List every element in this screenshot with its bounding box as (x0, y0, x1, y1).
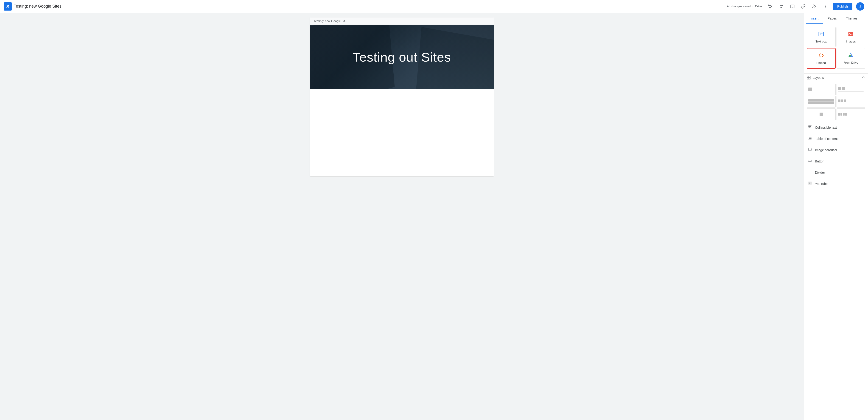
right-panel: Insert Pages Themes Text box (804, 13, 868, 420)
tab-pages[interactable]: Pages (823, 13, 841, 24)
text-box-label: Text box (816, 40, 827, 43)
embed-icon (818, 52, 825, 59)
svg-point-5 (813, 5, 814, 6)
embed-card[interactable]: Embed (807, 48, 836, 69)
svg-rect-15 (848, 32, 853, 36)
link-button[interactable] (799, 2, 808, 11)
svg-rect-19 (807, 78, 809, 79)
collapsible-text-item[interactable]: Collapsible text (804, 122, 868, 133)
toc-label: Table of contents (815, 137, 839, 141)
svg-rect-28 (809, 148, 811, 151)
collapsible-text-icon (808, 124, 812, 130)
hero-title: Testing out Sites (353, 50, 451, 64)
text-box-card[interactable]: Text box (807, 27, 836, 47)
panel-list: Collapsible text Table of contents (804, 122, 868, 189)
main-container: Testing: new Google Sit... Testing out S… (0, 13, 868, 420)
redo-button[interactable] (777, 2, 786, 11)
divider-label: Divider (815, 171, 825, 174)
publish-button[interactable]: Publish (833, 3, 852, 10)
insert-grid: Text box Images (807, 27, 865, 69)
carousel-label: Image carousel (815, 148, 837, 152)
layout-2[interactable] (837, 84, 866, 95)
preview-button[interactable] (788, 2, 797, 11)
youtube-icon (808, 181, 812, 187)
layout-1[interactable] (807, 84, 836, 95)
button-label: Button (815, 160, 824, 163)
content-area[interactable] (310, 89, 494, 176)
drive-icon (847, 52, 854, 59)
divider-item[interactable]: Divider (804, 167, 868, 178)
button-icon (808, 158, 812, 164)
collapsible-text-label: Collapsible text (815, 126, 837, 129)
from-drive-label: From Drive (843, 61, 858, 64)
svg-point-9 (825, 6, 826, 7)
canvas-area: Testing: new Google Sit... Testing out S… (0, 13, 804, 420)
youtube-label: YouTube (815, 182, 828, 186)
divider-icon (808, 170, 812, 175)
youtube-item[interactable]: YouTube (804, 178, 868, 189)
carousel-icon (808, 147, 812, 153)
page-wrapper: Testing: new Google Sit... Testing out S… (310, 18, 494, 176)
header: S Testing: new Google Sites All changes … (0, 0, 868, 13)
avatar[interactable]: J (856, 2, 864, 10)
toc-icon (808, 136, 812, 142)
tab-insert[interactable]: Insert (806, 13, 823, 24)
images-icon (847, 31, 854, 38)
svg-text:S: S (6, 4, 9, 9)
layout-4[interactable] (837, 96, 866, 108)
breadcrumb: Testing: new Google Sit... (310, 18, 494, 25)
layouts-header: Layouts (804, 73, 868, 82)
images-label: Images (846, 40, 856, 43)
doc-title: Testing: new Google Sites (14, 4, 62, 9)
svg-rect-18 (809, 76, 810, 78)
from-drive-card[interactable]: From Drive (837, 48, 866, 69)
save-status: All changes saved in Drive (727, 5, 762, 8)
undo-button[interactable] (766, 2, 775, 11)
app-icon: S (4, 2, 12, 10)
images-card[interactable]: Images (837, 27, 866, 47)
layouts-collapse-icon[interactable] (862, 75, 865, 80)
insert-section: Text box Images (804, 24, 868, 73)
svg-rect-31 (808, 160, 812, 162)
tab-themes[interactable]: Themes (841, 13, 862, 24)
layout-5[interactable] (807, 108, 836, 120)
panel-tabs: Insert Pages Themes (804, 13, 868, 24)
svg-rect-17 (807, 76, 809, 78)
more-options-button[interactable] (821, 2, 830, 11)
svg-point-10 (825, 7, 826, 8)
svg-rect-20 (809, 78, 810, 79)
layouts-label: Layouts (807, 76, 824, 80)
svg-point-8 (825, 5, 826, 5)
layout-3[interactable] (807, 96, 836, 108)
hero-section[interactable]: Testing out Sites (310, 25, 494, 89)
text-box-icon (818, 31, 825, 38)
share-button[interactable] (810, 2, 819, 11)
image-carousel-item[interactable]: Image carousel (804, 144, 868, 156)
layouts-grid (804, 82, 868, 122)
layout-6[interactable] (837, 108, 866, 120)
button-item[interactable]: Button (804, 156, 868, 167)
table-of-contents-item[interactable]: Table of contents (804, 133, 868, 144)
embed-label: Embed (816, 61, 826, 64)
